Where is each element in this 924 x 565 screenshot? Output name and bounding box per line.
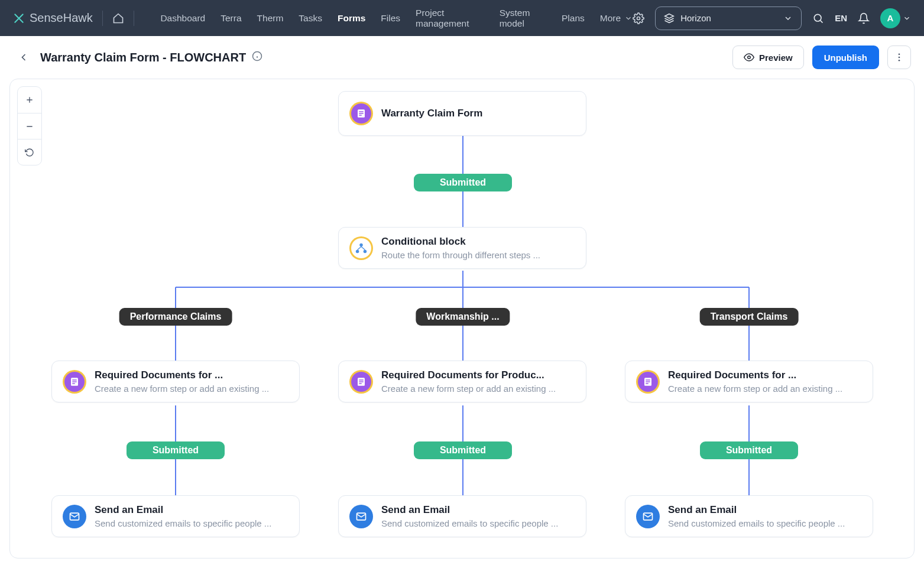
bell-icon [858,12,870,24]
more-actions-button[interactable] [887,46,911,69]
flow-node-email-1[interactable]: Send an Email Send customized emails to … [51,495,300,537]
node-title: Send an Email [668,504,862,516]
form-icon [349,102,373,125]
svg-point-9 [899,57,900,59]
flow-node-docs-2[interactable]: Required Documents for Produc... Create … [338,361,586,402]
svg-rect-31 [72,379,77,381]
zoom-in-button[interactable] [18,87,41,113]
node-subtitle: Send customized emails to specific peopl… [668,518,862,528]
svg-rect-25 [359,113,364,114]
page-title-text: Warranty Claim Form - FLOWCHART [40,51,246,64]
node-title: Conditional block [381,236,575,248]
svg-rect-39 [646,379,650,381]
info-icon[interactable] [252,51,262,64]
flow-node-email-3[interactable]: Send an Email Send customized emails to … [625,495,873,537]
project-name: Horizon [680,13,777,23]
preview-button[interactable]: Preview [732,46,804,69]
chevron-down-icon [624,14,633,22]
brand-logo-mark [13,12,25,24]
nav-more-label: More [600,13,621,24]
svg-marker-1 [665,14,674,18]
nav-therm[interactable]: Therm [257,13,284,24]
brand-logo[interactable]: SenseHawk [13,11,93,25]
node-subtitle: Create a new form step or add an existin… [95,384,288,394]
node-subtitle: Send customized emails to specific peopl… [381,518,575,528]
language-button[interactable]: EN [835,13,847,23]
svg-rect-36 [359,381,364,382]
flow-node-conditional[interactable]: Conditional block Route the form through… [338,227,586,269]
form-icon [636,370,660,394]
svg-rect-32 [72,381,77,382]
conditional-icon [349,236,373,260]
svg-point-7 [748,56,751,59]
zoom-out-button[interactable] [18,113,41,139]
user-menu[interactable]: A [880,8,911,28]
flow-canvas[interactable]: Warranty Claim Form Submitted Conditiona… [9,79,915,558]
svg-rect-40 [646,381,650,382]
back-button[interactable] [18,51,30,63]
flow-node-root[interactable]: Warranty Claim Form [338,91,586,136]
svg-point-29 [364,249,367,253]
project-select[interactable]: Horizon [655,7,802,30]
edge-label-submitted: Submitted [414,174,512,191]
brand-logo-text: SenseHawk [30,11,93,25]
svg-rect-41 [646,383,649,384]
home-icon[interactable] [112,12,125,25]
node-subtitle: Send customized emails to specific peopl… [95,518,288,528]
svg-point-27 [359,243,363,246]
svg-rect-37 [359,383,362,384]
nav-system-model[interactable]: System model [500,8,546,29]
svg-point-10 [899,60,900,61]
email-icon [63,505,86,528]
nav-files[interactable]: Files [381,13,400,24]
chevron-down-icon [783,14,793,23]
nav-project-management[interactable]: Project management [416,8,484,29]
nav-plans[interactable]: Plans [562,13,585,24]
node-title: Send an Email [95,504,288,516]
minus-icon [25,122,34,131]
node-subtitle: Route the form through different steps .… [381,250,575,260]
svg-point-28 [356,249,359,253]
preview-label: Preview [759,53,793,63]
flow-node-docs-3[interactable]: Required Documents for ... Create a new … [625,361,873,402]
chevron-down-icon [903,14,911,22]
zoom-reset-button[interactable] [18,139,41,165]
eye-icon [744,52,754,63]
kebab-icon [894,52,904,63]
svg-line-3 [821,20,823,22]
svg-point-2 [814,14,821,21]
svg-rect-26 [359,115,362,116]
rotate-ccw-icon [25,148,34,157]
nav-items: Dashboard Terra Therm Tasks Forms Files … [160,8,633,29]
email-icon [349,505,373,528]
node-subtitle: Create a new form step or add an existin… [381,384,575,394]
form-icon [63,370,86,394]
top-nav: SenseHawk Dashboard Terra Therm Tasks Fo… [0,0,924,36]
flow-node-docs-1[interactable]: Required Documents for ... Create a new … [51,361,300,402]
edge-label-submitted: Submitted [127,441,225,459]
node-title: Required Documents for Produc... [381,369,575,381]
form-icon [349,370,373,394]
branch-label-workmanship: Workmanship ... [416,308,510,326]
page-title: Warranty Claim Form - FLOWCHART [40,51,262,64]
nav-dashboard[interactable]: Dashboard [160,13,205,24]
svg-point-8 [899,53,900,55]
flow-node-email-2[interactable]: Send an Email Send customized emails to … [338,495,586,537]
subheader-actions: Preview Unpublish [732,46,911,69]
svg-rect-24 [359,111,364,112]
settings-button[interactable] [633,12,644,24]
branch-label-transport: Transport Claims [700,308,799,326]
search-button[interactable] [812,12,824,24]
node-title: Required Documents for ... [668,369,862,381]
node-subtitle: Create a new form step or add an existin… [668,384,862,394]
nav-forms[interactable]: Forms [338,13,365,24]
unpublish-button[interactable]: Unpublish [812,46,879,69]
avatar: A [880,8,900,28]
node-title: Warranty Claim Form [381,108,575,119]
nav-divider-2 [134,11,134,26]
nav-more[interactable]: More [600,13,633,24]
nav-tasks[interactable]: Tasks [299,13,322,24]
notifications-button[interactable] [858,12,870,24]
email-icon [636,505,660,528]
nav-terra[interactable]: Terra [221,13,241,24]
